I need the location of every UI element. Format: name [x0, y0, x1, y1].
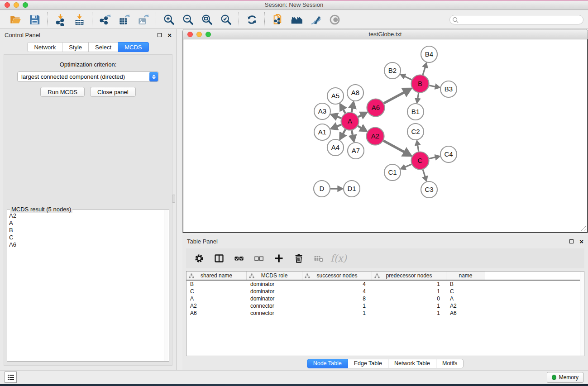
mcds-result-item[interactable]: C	[9, 234, 167, 241]
tab-select[interactable]: Select	[89, 42, 118, 52]
deselect-all-rows-button[interactable]	[251, 251, 267, 266]
export-network-button[interactable]	[97, 12, 113, 27]
graph-node-B[interactable]: B	[411, 75, 429, 93]
criterion-select[interactable]: largest connected component (directed)	[17, 71, 159, 82]
graph-node-A2[interactable]: A2	[367, 128, 384, 145]
graph-node-A8[interactable]: A8	[347, 85, 363, 101]
table-row-A[interactable]: Adominator80A	[186, 295, 584, 302]
network-canvas[interactable]: AA5A8A3A1A4A7A6A2BB2B4B3B1CC2C4C1C3DD1	[183, 39, 588, 233]
network-zoom-icon[interactable]	[206, 32, 211, 37]
column-settings-button[interactable]	[191, 251, 207, 266]
graph-edge-A-A2[interactable]	[358, 126, 362, 128]
graph-edge-A-A8[interactable]	[352, 108, 353, 112]
open-home-button[interactable]	[288, 12, 305, 27]
zoom-window-icon[interactable]	[23, 2, 28, 8]
graph-node-A1[interactable]: A1	[314, 124, 330, 140]
split-table-button[interactable]	[211, 251, 227, 266]
open-session-button[interactable]	[7, 12, 24, 27]
graph-node-A3[interactable]: A3	[314, 103, 330, 119]
table-float-panel-icon[interactable]	[569, 239, 574, 243]
graph-node-A6[interactable]: A6	[367, 99, 385, 117]
minimize-window-icon[interactable]	[14, 2, 19, 8]
column-header-MCDS-role[interactable]: MCDS role	[247, 272, 302, 280]
graph-edge-A-A4[interactable]	[343, 129, 345, 134]
tab-network-table[interactable]: Network Table	[388, 359, 436, 368]
graph-node-B3[interactable]: B3	[440, 81, 457, 97]
graph-edge-C-C4[interactable]	[429, 157, 435, 158]
column-header-shared-name[interactable]: shared name	[186, 272, 247, 280]
split-divider-grip[interactable]	[172, 195, 175, 203]
graph-node-C1[interactable]: C1	[384, 164, 401, 181]
graph-edge-A6-B[interactable]	[384, 92, 405, 104]
graph-edge-A2-C[interactable]	[383, 141, 405, 152]
select-all-rows-button[interactable]	[231, 251, 247, 266]
close-panel-icon[interactable]: ×	[167, 33, 172, 38]
graph-edge-A-A7[interactable]	[352, 130, 353, 136]
mcds-result-item[interactable]: A6	[9, 241, 167, 248]
task-history-button[interactable]	[5, 372, 17, 383]
graph-node-B4[interactable]: B4	[421, 46, 437, 62]
refresh-view-button[interactable]	[244, 12, 260, 27]
import-table-button[interactable]	[71, 12, 87, 27]
graph-node-B1[interactable]: B1	[407, 104, 424, 120]
graph-edge-A-A3[interactable]	[337, 116, 341, 118]
graph-node-A7[interactable]: A7	[348, 143, 364, 159]
float-panel-icon[interactable]	[158, 33, 162, 37]
birdseye-view-button[interactable]	[326, 12, 343, 27]
zoom-in-button[interactable]	[161, 12, 177, 27]
graph-edge-B-B1[interactable]	[418, 93, 419, 99]
tab-edge-table[interactable]: Edge Table	[348, 359, 388, 368]
table-scrollbar[interactable]	[580, 272, 584, 356]
new-network-file-button[interactable]	[269, 12, 286, 27]
mcds-result-item[interactable]: B	[9, 227, 167, 234]
result-scrollbar[interactable]	[164, 210, 168, 361]
graph-edge-A-A1[interactable]	[336, 125, 341, 127]
save-session-button[interactable]	[26, 12, 43, 27]
tab-motifs[interactable]: Motifs	[436, 359, 464, 368]
graph-node-A5[interactable]: A5	[327, 88, 344, 104]
table-row-A2[interactable]: A2connector11A2	[186, 302, 584, 310]
graph-node-A4[interactable]: A4	[327, 139, 344, 156]
search-input[interactable]	[449, 15, 583, 24]
zoom-out-button[interactable]	[180, 12, 196, 27]
zoom-fit-button[interactable]	[199, 12, 215, 27]
graph-edge-C-C3[interactable]	[423, 170, 425, 177]
graph-node-C[interactable]: C	[411, 152, 429, 170]
graph-node-C2[interactable]: C2	[407, 124, 424, 140]
table-close-panel-icon[interactable]: ×	[579, 239, 583, 244]
column-header-predecessor-nodes[interactable]: predecessor nodes	[372, 272, 446, 280]
graph-edge-B-B4[interactable]	[423, 67, 425, 75]
graph-node-D[interactable]: D	[314, 181, 330, 197]
run-mcds-button[interactable]: Run MCDS	[40, 87, 85, 97]
tab-network[interactable]: Network	[27, 42, 62, 52]
graph-edge-A-A5[interactable]	[343, 109, 345, 113]
network-close-icon[interactable]	[187, 32, 193, 37]
memory-button[interactable]: Memory	[547, 372, 583, 383]
graph-node-C3[interactable]: C3	[421, 181, 437, 198]
delete-column-button[interactable]	[291, 251, 306, 266]
close-panel-button[interactable]: Close panel	[90, 87, 136, 97]
graph-edge-A-A6[interactable]	[358, 115, 362, 117]
export-table-button[interactable]	[116, 12, 132, 27]
import-network-button[interactable]	[52, 12, 68, 27]
network-minimize-icon[interactable]	[196, 32, 202, 37]
zoom-selected-button[interactable]	[218, 12, 234, 27]
graph-edge-B-B2[interactable]	[405, 76, 412, 80]
tab-mcds[interactable]: MCDS	[118, 42, 148, 52]
graph-edge-C-C2[interactable]	[418, 145, 419, 152]
tab-style[interactable]: Style	[62, 42, 89, 52]
table-row-A6[interactable]: A6connector11A6	[186, 310, 584, 317]
close-window-icon[interactable]	[5, 2, 10, 8]
add-column-button[interactable]	[271, 251, 287, 266]
graph-node-A[interactable]: A	[341, 113, 359, 130]
graph-edge-B-B3[interactable]	[429, 86, 435, 87]
table-row-B[interactable]: Bdominator41B	[186, 281, 584, 288]
graph-node-C4[interactable]: C4	[440, 146, 457, 162]
export-image-button[interactable]	[135, 12, 151, 27]
hide-graphics-details-button[interactable]	[307, 12, 324, 27]
tab-node-table[interactable]: Node Table	[307, 359, 348, 368]
graph-edge-C-C1[interactable]	[405, 164, 411, 167]
mcds-result-item[interactable]: A2	[9, 212, 167, 219]
graph-node-B2[interactable]: B2	[384, 62, 401, 79]
graph-node-D1[interactable]: D1	[344, 181, 360, 197]
